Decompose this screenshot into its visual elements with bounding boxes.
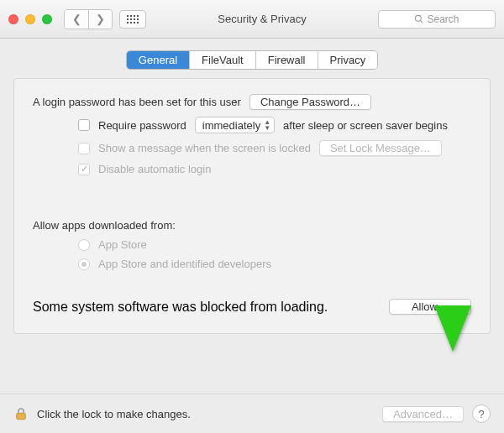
allow-apps-option-appstore: App Store [33, 238, 471, 251]
window-title: Security & Privacy [153, 13, 371, 25]
disable-auto-login-row: ✓ Disable automatic login [33, 163, 471, 175]
tab-bar: General FileVault Firewall Privacy [0, 39, 504, 78]
window-controls [8, 14, 52, 24]
require-password-checkbox[interactable] [78, 119, 90, 131]
search-placeholder: Search [427, 13, 459, 25]
disable-auto-login-checkbox[interactable]: ✓ [78, 164, 90, 175]
allow-apps-heading: Allow apps downloaded from: [33, 219, 471, 232]
lock-icon[interactable] [13, 406, 29, 421]
require-password-row: Require password immediately ▲▼ after sl… [33, 117, 471, 133]
show-all-button[interactable] [119, 10, 146, 29]
forward-button[interactable]: ❯ [88, 10, 112, 29]
help-button[interactable]: ? [472, 404, 491, 423]
footer: Click the lock to make changes. Advanced… [0, 394, 504, 433]
advanced-button[interactable]: Advanced… [382, 406, 464, 422]
general-panel: A login password has been set for this u… [13, 78, 491, 334]
lock-text: Click the lock to make changes. [37, 408, 191, 420]
change-password-button[interactable]: Change Password… [249, 94, 371, 110]
titlebar: ❮ ❯ Security & Privacy Search [0, 0, 504, 39]
allow-apps-option-identified: App Store and identified developers [33, 258, 471, 270]
search-input[interactable]: Search [378, 10, 496, 29]
require-password-label-after: after sleep or screen saver begins [283, 119, 448, 132]
disable-auto-login-label: Disable automatic login [98, 163, 211, 175]
svg-line-1 [421, 21, 423, 23]
tab-filevault[interactable]: FileVault [189, 51, 255, 69]
lock-message-row: Show a message when the screen is locked… [33, 140, 471, 156]
tab-firewall[interactable]: Firewall [255, 51, 318, 69]
radio-identified-developers[interactable] [78, 258, 90, 270]
grid-icon [127, 15, 139, 23]
stepper-icon: ▲▼ [264, 119, 270, 131]
lock-message-checkbox[interactable] [78, 143, 90, 154]
radio-identified-developers-label: App Store and identified developers [98, 258, 271, 270]
svg-rect-2 [17, 413, 26, 420]
require-password-interval[interactable]: immediately ▲▼ [195, 117, 275, 133]
login-password-row: A login password has been set for this u… [33, 94, 471, 110]
radio-app-store-label: App Store [98, 238, 147, 251]
blocked-software-text: Some system software was blocked from lo… [33, 300, 328, 315]
blocked-software-row: Some system software was blocked from lo… [33, 299, 471, 315]
lock-message-label: Show a message when the screen is locked [98, 142, 311, 154]
tab-privacy[interactable]: Privacy [318, 51, 378, 69]
svg-point-0 [416, 15, 422, 21]
radio-app-store[interactable] [78, 239, 90, 251]
back-button[interactable]: ❮ [65, 10, 88, 29]
minimize-icon[interactable] [25, 14, 35, 24]
allow-button[interactable]: Allow… [389, 299, 471, 315]
require-password-label-before: Require password [98, 119, 186, 132]
set-lock-message-button: Set Lock Message… [319, 140, 442, 156]
nav-back-forward: ❮ ❯ [64, 9, 113, 29]
login-password-text: A login password has been set for this u… [33, 96, 241, 108]
search-icon [414, 14, 423, 23]
tab-general[interactable]: General [127, 51, 189, 69]
close-icon[interactable] [8, 14, 18, 24]
zoom-icon[interactable] [42, 14, 52, 24]
